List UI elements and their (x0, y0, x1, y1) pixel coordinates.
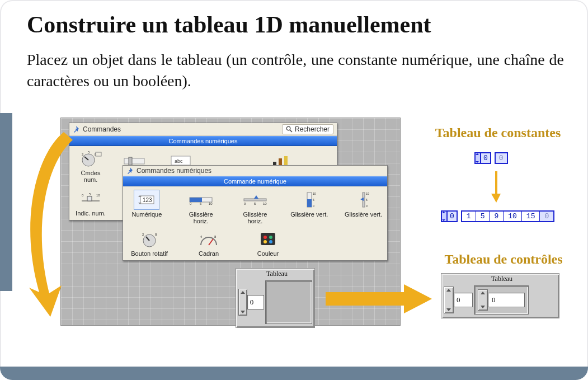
constant-array-spinner[interactable] (441, 210, 446, 222)
svg-text:0: 0 (244, 202, 246, 205)
svg-text:123: 123 (143, 197, 152, 203)
svg-rect-9 (87, 196, 92, 201)
svg-text:8: 8 (155, 233, 157, 236)
svg-text:2: 2 (82, 153, 84, 156)
array-index-field[interactable]: 0 (454, 293, 473, 307)
svg-text:abc: abc (175, 158, 183, 164)
svg-text:10: 10 (366, 192, 369, 195)
palette-item-color[interactable]: Couleur (246, 229, 290, 257)
svg-text:5: 5 (254, 202, 256, 205)
chevron-down-icon (442, 219, 445, 221)
chevron-up-icon (446, 289, 451, 292)
pin-icon[interactable] (126, 167, 134, 175)
palette-item-hslider-ptr[interactable]: 0510 Glissière horiz. (236, 190, 275, 224)
palette-item-numeric[interactable]: 123 Numérique (128, 190, 166, 224)
numeric-control-value[interactable]: 0 (488, 293, 525, 307)
numeric-control-spinner[interactable] (478, 289, 488, 311)
chevron-up-icon (481, 292, 485, 294)
array-cell[interactable]: 0 (540, 212, 553, 221)
svg-rect-14 (129, 157, 132, 165)
svg-text:10: 10 (263, 202, 267, 205)
palette-item-dial[interactable]: 48 Cadran (187, 229, 231, 257)
svg-text:5: 5 (366, 198, 368, 201)
array-index-field[interactable]: 0 (247, 295, 264, 309)
slide: Construire un tableau 1D manuellement Pl… (0, 0, 588, 380)
svg-rect-48 (261, 233, 275, 245)
array-cell[interactable]: 5 (476, 212, 490, 221)
vslider-fill-icon: 1050 (297, 190, 322, 210)
array-control-label: Tableau (441, 274, 559, 284)
palette-item-label: Cadran (199, 250, 219, 257)
constant-array-index[interactable]: 0 (446, 210, 458, 222)
palette-numeric-titlebar: Commandes numériques (123, 166, 387, 176)
knob-icon: 258 (78, 149, 103, 168)
dial-icon: 48 (196, 229, 222, 249)
svg-text:0: 0 (82, 194, 84, 197)
palette-item-vslider-ptr[interactable]: 1050 Glissière vert. (344, 190, 383, 224)
array-index-spinner[interactable] (238, 289, 247, 316)
palette-numeric-subtitle: Commande numérique (123, 176, 387, 186)
curved-arrow-icon (19, 132, 81, 317)
constant-array-element[interactable]: 0 (495, 152, 508, 164)
palette-item-label: Bouton rotatif (131, 250, 167, 257)
svg-text:4: 4 (200, 235, 203, 238)
palette-item-label: Couleur (257, 250, 279, 257)
svg-text:0: 0 (366, 204, 368, 208)
search-icon (286, 126, 293, 133)
chevron-down-icon (476, 161, 479, 163)
svg-text:10: 10 (96, 194, 100, 197)
palette-item-vslider[interactable]: 1050 Glissière vert. (290, 190, 328, 224)
svg-rect-24 (190, 198, 202, 202)
header-constants: Tableau de constantes (420, 125, 576, 140)
array-control-filled[interactable]: Tableau 0 0 (441, 273, 559, 318)
color-palette-icon (255, 229, 281, 249)
palette-numeric[interactable]: Commandes numériques Commande numérique … (123, 165, 388, 261)
accent-left (0, 113, 12, 291)
svg-rect-7 (96, 152, 101, 156)
hslider-pointer-icon: 0510 (242, 190, 268, 210)
chevron-up-icon (442, 212, 445, 213)
svg-line-1 (290, 130, 292, 132)
svg-line-45 (209, 239, 213, 245)
array-element-slot[interactable]: 0 (474, 285, 529, 315)
palette-item-label: Glissière vert. (345, 211, 382, 218)
chevron-down-icon (481, 306, 485, 308)
palette-commands-subtitle: Commandes numériques (69, 136, 337, 146)
page-title-text: Construire un tableau 1D manuellement (27, 12, 431, 37)
constant-array-values[interactable]: 1 5 9 10 15 0 (461, 210, 554, 222)
array-cell[interactable]: 1 (462, 212, 476, 221)
header-controls-text: Tableau de contrôles (444, 252, 562, 266)
svg-text:5: 5 (313, 198, 314, 201)
palette-search-button[interactable]: Rechercher (282, 124, 333, 134)
svg-rect-33 (307, 199, 312, 207)
slider-indicator-icon: 0510 (78, 190, 103, 209)
svg-rect-13 (124, 158, 144, 164)
constant-array-single[interactable]: 0 0 (474, 152, 508, 164)
chevron-down-icon (241, 311, 245, 313)
constant-array-spinner[interactable] (474, 152, 480, 164)
palette-item-label: Numérique (131, 211, 162, 218)
array-element-slot[interactable] (265, 280, 312, 324)
array-cell[interactable]: 10 (504, 212, 522, 221)
svg-text:2: 2 (142, 233, 144, 236)
svg-point-0 (286, 126, 290, 130)
svg-text:8: 8 (214, 235, 217, 238)
header-controls: Tableau de contrôles (425, 252, 582, 267)
svg-rect-28 (244, 199, 266, 201)
header-constants-text: Tableau de constantes (435, 125, 561, 140)
chevron-up-icon (241, 291, 245, 294)
array-cell[interactable]: 9 (490, 212, 504, 221)
chevron-down-icon (446, 308, 451, 311)
palette-item-hslider[interactable]: 0510 Glissière horiz. (182, 190, 220, 224)
constant-array-index[interactable]: 0 (480, 152, 491, 164)
array-cell[interactable]: 15 (522, 212, 540, 221)
palette-numeric-title: Commandes numériques (137, 167, 211, 175)
constant-array-filled[interactable]: 0 1 5 9 10 15 0 (441, 210, 554, 222)
svg-text:0: 0 (313, 204, 314, 208)
svg-point-51 (264, 240, 267, 243)
svg-text:10: 10 (209, 202, 213, 205)
array-index-spinner[interactable] (444, 287, 454, 313)
array-control-empty[interactable]: Tableau 0 (236, 268, 315, 328)
palette-item-knob[interactable]: 28 Bouton rotatif (128, 229, 171, 257)
palette-commands-titlebar: Commandes Rechercher (69, 123, 337, 136)
